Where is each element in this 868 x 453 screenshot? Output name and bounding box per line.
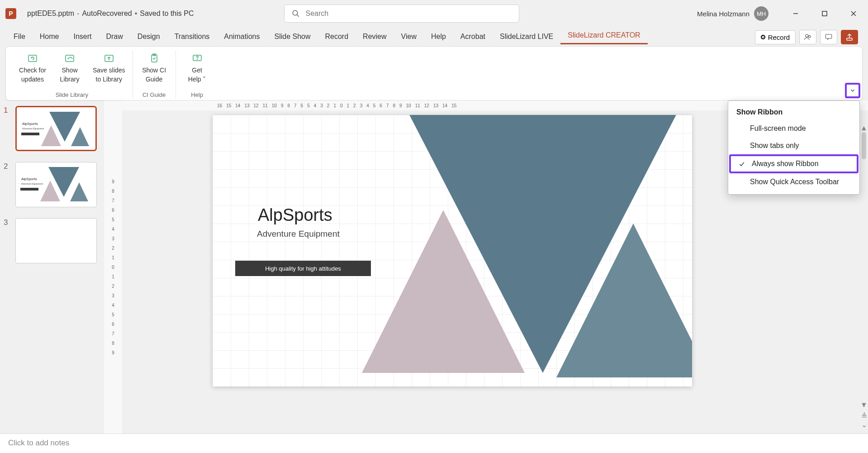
close-button[interactable] [844,5,863,23]
share-button[interactable] [841,30,858,44]
collapse-ribbon-button[interactable] [845,83,860,98]
tab-view[interactable]: View [394,29,424,44]
app-icon: P [5,8,16,19]
ribbon: Check for updates Show Library Save slid… [5,46,863,100]
svg-point-7 [809,35,811,38]
tab-slideshow[interactable]: Slide Show [267,29,318,44]
cloud-icon [62,52,77,65]
upload-icon [102,52,116,65]
tab-home[interactable]: Home [33,29,66,44]
show-ribbon-menu: Show Ribbon Full-screen mode Show tabs o… [728,100,860,195]
check-for-updates-button[interactable]: Check for updates [16,50,49,91]
slide-subtitle[interactable]: Adventure Equipment [257,229,340,239]
show-library-button[interactable]: Show Library [53,50,86,91]
search-box[interactable] [284,5,519,23]
tab-transitions[interactable]: Transitions [167,29,217,44]
svg-rect-8 [825,34,832,38]
tab-animations[interactable]: Animations [217,29,267,44]
show-ci-guide-button[interactable]: Show CI Guide [138,50,171,91]
slide-thumbnail-3[interactable] [15,218,97,263]
vertical-scrollbar[interactable]: ▲ ▼ ≜ ⌄ [860,124,868,429]
svg-point-16 [197,59,197,60]
minimize-button[interactable] [787,5,805,23]
scrollbar-thumb[interactable] [862,132,866,159]
tab-help[interactable]: Help [424,29,453,44]
thumb-number: 2 [4,162,11,171]
title-bar: P pptEDE5.pptm - AutoRecovered • Saved t… [0,0,868,27]
ribbon-group-label: Help [191,91,203,98]
refresh-icon [25,52,40,65]
check-icon [738,161,745,168]
notes-pane[interactable]: Click to add notes [0,434,868,453]
comments-button[interactable] [820,30,837,44]
menu-full-screen-mode[interactable]: Full-screen mode [728,120,859,137]
user-name: Melina Holzmann [697,10,749,18]
ribbon-tabs: File Home Insert Draw Design Transitions… [0,27,868,44]
ribbon-group-label: Slide Library [56,91,88,98]
tab-file[interactable]: File [6,29,33,44]
tab-slidelizard-live[interactable]: SlideLizard LIVE [493,29,560,44]
user-avatar: MH [754,6,768,21]
ribbon-group-help: Get Help ˅ Help [176,50,218,98]
search-input[interactable] [305,10,512,18]
scroll-up-icon[interactable]: ▲ [860,124,868,132]
slide-thumbnails-panel: 1 AlpSports Adventure Equipment 2 AlpSpo… [0,100,104,434]
save-status-2: Saved to this PC [140,10,194,18]
tab-design[interactable]: Design [130,29,167,44]
triangle-image-1[interactable] [362,210,525,373]
tab-slidelizard-creator[interactable]: SlideLizard CREATOR [560,28,647,44]
save-to-library-button[interactable]: Save slides to Library [90,50,128,91]
record-button[interactable]: Record [755,30,796,44]
maximize-button[interactable] [816,5,834,23]
window-title: pptEDE5.pptm - AutoRecovered • Saved to … [27,10,194,18]
ribbon-group-slide-library: Check for updates Show Library Save slid… [11,50,133,98]
triangle-image-3[interactable] [556,224,692,377]
slide-thumbnail-2[interactable]: AlpSports Adventure Equipment [15,162,97,207]
record-dot-icon [761,35,765,39]
popup-title: Show Ribbon [728,105,859,120]
tab-review[interactable]: Review [356,29,394,44]
prev-slide-icon[interactable]: ≜ [861,412,867,420]
get-help-button[interactable]: Get Help ˅ [180,50,214,91]
svg-rect-9 [847,38,852,40]
menu-show-tabs-only[interactable]: Show tabs only [728,137,859,154]
tab-acrobat[interactable]: Acrobat [453,29,493,44]
thumb-number: 1 [4,106,11,115]
scroll-down-icon[interactable]: ▼ [860,401,868,409]
slide-canvas[interactable]: AlpSports Adventure Equipment High quali… [213,115,692,386]
tab-draw[interactable]: Draw [99,29,130,44]
svg-point-6 [806,34,808,37]
tab-insert[interactable]: Insert [66,29,99,44]
svg-point-0 [293,10,298,15]
save-status-1: AutoRecovered [82,10,132,18]
teams-present-button[interactable] [799,30,816,44]
ribbon-group-label: CI Guide [142,91,166,98]
tab-record[interactable]: Record [318,29,356,44]
ribbon-group-ci-guide: Show CI Guide CI Guide [133,50,176,98]
svg-line-1 [297,14,299,17]
thumb-number: 3 [4,218,11,227]
slide-thumbnail-1[interactable]: AlpSports Adventure Equipment [15,106,97,151]
search-icon [292,10,300,18]
vertical-ruler: 987 654 321 012 345 678 9 [104,100,122,434]
slide-tagline[interactable]: High quality for high attitudes [235,261,371,276]
next-slide-icon[interactable]: ⌄ [861,420,867,429]
clipboard-icon [147,52,161,65]
menu-always-show-ribbon[interactable]: Always show Ribbon [730,155,858,172]
question-icon [190,52,204,65]
filename: pptEDE5.pptm [27,10,74,18]
slide-title[interactable]: AlpSports [258,205,332,225]
menu-show-qat[interactable]: Show Quick Access Toolbar [728,173,859,191]
user-account[interactable]: Melina Holzmann MH [697,6,768,21]
svg-rect-10 [28,55,37,62]
svg-rect-3 [822,11,827,16]
